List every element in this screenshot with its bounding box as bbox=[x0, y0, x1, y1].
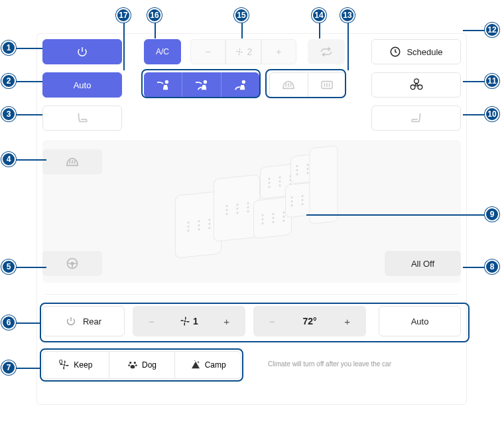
bioweapon-defense-button[interactable] bbox=[371, 72, 461, 98]
ac-button[interactable]: A/C bbox=[144, 39, 181, 64]
front-defrost-button[interactable] bbox=[269, 72, 308, 98]
callout-10: 10 bbox=[485, 107, 499, 121]
airflow-feet-button[interactable] bbox=[221, 72, 259, 98]
callout-14: 14 bbox=[312, 8, 326, 23]
fan-display: 2 bbox=[225, 39, 261, 64]
fan-minus[interactable]: − bbox=[190, 39, 225, 64]
callout-17: 17 bbox=[116, 8, 131, 23]
svg-point-13 bbox=[64, 364, 66, 366]
airflow-face-feet-icon bbox=[194, 79, 209, 91]
recirculate-icon bbox=[320, 46, 333, 57]
rear-defrost-icon bbox=[320, 79, 334, 91]
heat-icon: ⋮⋮⋮ bbox=[221, 199, 253, 217]
climate-modes-group: Keep Dog Camp bbox=[42, 351, 241, 379]
seat-right-icon bbox=[409, 111, 424, 125]
rear-temp-plus[interactable]: + bbox=[328, 306, 366, 336]
svg-point-15 bbox=[129, 362, 131, 364]
fan-speed-stepper[interactable]: − 2 + bbox=[190, 39, 296, 64]
callout-11: 11 bbox=[485, 74, 499, 88]
airflow-face-feet-button[interactable] bbox=[182, 72, 221, 98]
rear-defrost-button[interactable] bbox=[308, 72, 347, 98]
rear-fan-minus[interactable]: − bbox=[133, 306, 170, 336]
all-off-button[interactable]: All Off bbox=[385, 251, 461, 276]
power-icon bbox=[76, 46, 88, 58]
rear-temp-display: 72° bbox=[291, 306, 329, 336]
rear-fan-plus[interactable]: + bbox=[208, 306, 245, 336]
callout-16: 16 bbox=[147, 8, 162, 23]
callout-5: 5 bbox=[1, 259, 16, 274]
svg-point-9 bbox=[418, 85, 422, 90]
front-defrost-icon bbox=[281, 79, 296, 91]
callout-7: 7 bbox=[1, 360, 16, 375]
rear-fan-stepper[interactable]: − 1 + bbox=[133, 306, 245, 336]
power-icon bbox=[66, 316, 76, 326]
svg-point-4 bbox=[242, 80, 245, 84]
svg-point-12 bbox=[184, 321, 186, 322]
keep-label: Keep bbox=[74, 360, 92, 370]
rear-temp-minus[interactable]: − bbox=[253, 306, 291, 336]
ac-label: A/C bbox=[156, 47, 169, 56]
callout-4: 4 bbox=[1, 152, 16, 167]
svg-point-2 bbox=[164, 80, 168, 84]
svg-point-7 bbox=[414, 79, 418, 84]
power-button[interactable] bbox=[42, 39, 122, 64]
callout-1: 1 bbox=[1, 40, 16, 55]
climate-note: Climate will turn off after you leave th… bbox=[268, 360, 391, 368]
rear-auto-button[interactable]: Auto bbox=[379, 306, 461, 336]
climate-panel: A/C − 2 + Schedule Auto bbox=[36, 33, 467, 405]
svg-point-19 bbox=[131, 365, 135, 368]
airflow-direction-group bbox=[144, 72, 259, 98]
rear-fan-display: 1 bbox=[170, 306, 208, 336]
fan-plus[interactable]: + bbox=[261, 39, 296, 64]
svg-point-20 bbox=[198, 362, 199, 363]
callout-12: 12 bbox=[485, 23, 499, 37]
paw-icon bbox=[127, 360, 138, 370]
airflow-face-button[interactable] bbox=[144, 72, 182, 98]
keep-icon bbox=[59, 360, 70, 370]
seat-heat-passenger-button[interactable] bbox=[371, 106, 461, 131]
cabin-overview: All Off ⋮⋮⋮ ⋮⋮⋮ ⋮⋮⋮ ⋮⋮⋮ ⋮⋮⋮ ⋮⋮⋮ bbox=[42, 140, 461, 283]
callout-15: 15 bbox=[234, 8, 249, 23]
callout-6: 6 bbox=[1, 315, 16, 330]
camp-label: Camp bbox=[205, 360, 226, 370]
callout-8: 8 bbox=[485, 259, 499, 274]
callout-9: 9 bbox=[485, 207, 499, 222]
dog-mode-button[interactable]: Dog bbox=[109, 351, 175, 379]
rear-temp-stepper[interactable]: − 72° + bbox=[253, 306, 366, 336]
schedule-label: Schedule bbox=[407, 47, 442, 57]
heat-icon: ⋮⋮⋮ bbox=[257, 208, 288, 226]
rear-power-button[interactable]: Rear bbox=[42, 306, 125, 336]
defrost-group bbox=[269, 72, 346, 98]
recirculate-button[interactable] bbox=[308, 39, 345, 64]
svg-point-3 bbox=[204, 80, 207, 84]
auto-label: Auto bbox=[74, 80, 92, 90]
airflow-face-icon bbox=[156, 79, 170, 91]
windshield-heat-button[interactable] bbox=[42, 149, 102, 175]
svg-rect-14 bbox=[60, 360, 62, 364]
fan-icon bbox=[235, 47, 244, 56]
callout-3: 3 bbox=[1, 107, 16, 121]
rear-auto-label: Auto bbox=[411, 317, 429, 326]
svg-point-16 bbox=[134, 362, 136, 364]
biohazard-icon bbox=[410, 78, 423, 92]
svg-point-6 bbox=[415, 84, 417, 86]
callout-13: 13 bbox=[340, 8, 355, 23]
divider bbox=[45, 294, 458, 295]
heat-icon: ⋮⋮⋮ bbox=[182, 216, 214, 234]
seat-heaters-overview[interactable]: ⋮⋮⋮ ⋮⋮⋮ ⋮⋮⋮ ⋮⋮⋮ ⋮⋮⋮ ⋮⋮⋮ bbox=[168, 147, 347, 276]
svg-point-8 bbox=[410, 85, 415, 90]
steering-wheel-heat-button[interactable] bbox=[42, 251, 102, 276]
camp-mode-button[interactable]: Camp bbox=[174, 351, 241, 379]
seat-heat-driver-button[interactable] bbox=[42, 106, 122, 131]
svg-point-0 bbox=[238, 51, 239, 52]
keep-mode-button[interactable]: Keep bbox=[42, 351, 109, 379]
schedule-button[interactable]: Schedule bbox=[371, 39, 461, 64]
camp-icon bbox=[190, 360, 201, 370]
rear-label: Rear bbox=[83, 317, 101, 326]
auto-button[interactable]: Auto bbox=[42, 72, 122, 98]
steering-wheel-icon bbox=[66, 257, 79, 270]
callout-2: 2 bbox=[1, 74, 16, 88]
svg-point-11 bbox=[71, 262, 73, 264]
dog-label: Dog bbox=[142, 360, 157, 370]
airflow-feet-icon bbox=[233, 79, 247, 91]
